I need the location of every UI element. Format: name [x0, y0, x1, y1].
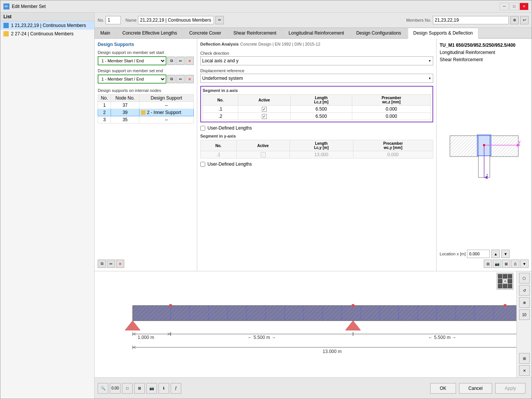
- tag-btn[interactable]: ⊠: [134, 383, 145, 394]
- no-input[interactable]: [106, 16, 121, 24]
- nodes-delete-button[interactable]: ✕: [116, 260, 124, 268]
- start-support-select[interactable]: 1 - Member Start / End: [98, 56, 166, 65]
- cross-section-label: TU_M1 650/250/952.5/250/952.5/400: [440, 42, 529, 49]
- table-btn[interactable]: ⊞: [519, 353, 530, 364]
- 3d-view-btn[interactable]: ⬡: [519, 273, 530, 283]
- close-button[interactable]: ✕: [519, 3, 529, 10]
- start-support-edit[interactable]: ✏: [176, 57, 185, 65]
- seg-active[interactable]: ✓: [238, 113, 291, 120]
- col-support: Design Support: [139, 95, 193, 102]
- info-btn[interactable]: ℹ: [158, 383, 169, 394]
- check-direction-field: Check direction Local axis z and y ▼: [200, 51, 433, 65]
- formula-btn[interactable]: ƒ: [171, 383, 181, 394]
- user-defined-z: User-Defined Lengths: [200, 125, 433, 131]
- dropdown-arrow-2: ▼: [428, 77, 431, 80]
- view-toolbar: ⊞ 📷 ⊠ ⎙ ▼: [484, 260, 529, 268]
- scale-btn[interactable]: 10: [519, 309, 530, 320]
- col-no: No.: [203, 95, 238, 106]
- search-footer-btn[interactable]: 🔍: [98, 383, 108, 394]
- list-item[interactable]: 2 27-24 | Continuous Members: [0, 30, 94, 38]
- name-label: Name: [125, 18, 136, 22]
- select-btn[interactable]: ⊕: [519, 297, 530, 308]
- end-support-select[interactable]: 1 - Member Start / End: [98, 74, 166, 84]
- minimize-button[interactable]: ─: [500, 3, 509, 10]
- tab-cc[interactable]: Concrete Cover: [184, 28, 227, 38]
- seg-precamber[interactable]: 0.000: [352, 106, 431, 113]
- camera-icon-btn[interactable]: 📷: [493, 260, 501, 268]
- user-defined-y-label: User-Defined Lengths: [207, 162, 252, 167]
- location-input[interactable]: [467, 250, 490, 258]
- members-back-button[interactable]: ↩: [520, 16, 529, 24]
- filter-icon-btn[interactable]: ⊞: [484, 260, 492, 268]
- seg-active[interactable]: ✓: [238, 106, 291, 113]
- seg-precamber[interactable]: 0.000: [352, 113, 431, 120]
- displacement-dropdown[interactable]: Undeformed system ▼: [200, 74, 433, 83]
- start-support-copy[interactable]: ⧉: [167, 57, 176, 65]
- footer: 🔍 0.00 □ ⊠ 📷 ℹ ƒ OK Cancel Apply: [95, 377, 532, 399]
- table-row[interactable]: 2 39 2 - Inner Support: [98, 109, 194, 116]
- tab-dc[interactable]: Design Configurations: [350, 28, 407, 38]
- check-direction-dropdown[interactable]: Local axis z and y ▼: [200, 56, 433, 65]
- app-icon: ✏: [3, 3, 10, 10]
- location-label: Location x [m]: [440, 252, 466, 256]
- end-support-delete[interactable]: ✕: [185, 75, 194, 83]
- table-row[interactable]: 3 35 --: [98, 116, 194, 124]
- svg-text:13.000 m: 13.000 m: [323, 349, 342, 354]
- seg-no: .2: [203, 113, 238, 120]
- list-item-label: 2 27-24 | Continuous Members: [11, 31, 74, 36]
- more-icon-btn[interactable]: ▼: [520, 260, 529, 268]
- seg-length-y: 13.000: [290, 151, 353, 158]
- tab-cel[interactable]: Concrete Effective Lengths: [117, 28, 183, 38]
- camera-footer-btn[interactable]: 📷: [146, 383, 157, 394]
- seg-length[interactable]: 6.500: [290, 106, 352, 113]
- name-field-group: Name ✏: [125, 16, 224, 24]
- segment-row-y: .1 ✓ 13.000 0.000: [201, 151, 433, 158]
- list-panel: List 1 21,23,22,19 | Continuous Members …: [0, 13, 95, 399]
- segment-row: .2 ✓ 6.500 0.000: [203, 113, 431, 120]
- list-item[interactable]: 1 21,23,22,19 | Continuous Members: [0, 21, 94, 30]
- tab-main[interactable]: Main: [95, 28, 116, 38]
- user-defined-z-checkbox[interactable]: [200, 126, 205, 131]
- size-icon-btn[interactable]: ⊠: [502, 260, 510, 268]
- tab-dsd[interactable]: Design Supports & Deflection: [408, 28, 479, 39]
- ok-button[interactable]: OK: [430, 383, 456, 394]
- nodes-tools: ⧉ ✏ ✕: [98, 256, 194, 268]
- user-defined-z-label: User-Defined Lengths: [207, 125, 252, 131]
- coords-btn[interactable]: 0.00: [110, 383, 120, 394]
- active-checkbox-y[interactable]: ✓: [261, 152, 266, 157]
- user-defined-y: User-Defined Lengths: [200, 162, 433, 167]
- end-support-edit[interactable]: ✏: [176, 75, 185, 83]
- rect-btn[interactable]: □: [122, 383, 133, 394]
- apply-button[interactable]: Apply: [495, 383, 526, 394]
- nodes-edit-button[interactable]: ✏: [107, 260, 115, 268]
- tab-sr[interactable]: Shear Reinforcement: [228, 28, 282, 38]
- seg-length[interactable]: 6.500: [290, 113, 352, 120]
- deflection-subtitle: Concrete Design | EN 1992 | DIN | 2015-1…: [240, 42, 320, 46]
- name-edit-button[interactable]: ✏: [215, 16, 224, 24]
- config-btn[interactable]: ✕: [519, 365, 530, 376]
- end-support-copy[interactable]: ⧉: [167, 75, 176, 83]
- maximize-button[interactable]: □: [510, 3, 519, 10]
- user-defined-y-checkbox[interactable]: [200, 162, 205, 167]
- svg-text:←  5.500 m  →: ← 5.500 m →: [248, 335, 276, 340]
- active-checkbox-2[interactable]: ✓: [262, 114, 267, 119]
- displacement-label: Displacement reference: [200, 68, 433, 73]
- row-node: 37: [111, 102, 139, 109]
- print-icon-btn[interactable]: ⎙: [511, 260, 519, 268]
- design-supports-panel: Design Supports Design support on member…: [95, 39, 197, 271]
- active-checkbox[interactable]: ✓: [262, 107, 267, 112]
- tab-lr[interactable]: Longitudinal Reinforcement: [283, 28, 350, 38]
- name-input[interactable]: [138, 16, 214, 24]
- cross-section-svg: y z: [446, 132, 522, 181]
- start-support-delete[interactable]: ✕: [185, 57, 194, 65]
- rotate-view-btn[interactable]: ↺: [519, 285, 530, 296]
- location-step-down[interactable]: ▼: [501, 250, 510, 258]
- end-support-row: 1 - Member Start / End ⧉ ✏ ✕: [98, 74, 194, 84]
- location-step-up[interactable]: ▲: [491, 250, 500, 258]
- cancel-button[interactable]: Cancel: [459, 383, 492, 394]
- table-row[interactable]: 1 37 --: [98, 102, 194, 109]
- members-input[interactable]: [433, 16, 509, 24]
- members-pick-button[interactable]: ⊕: [510, 16, 519, 24]
- seg-no: .1: [203, 106, 238, 113]
- nodes-copy-button[interactable]: ⧉: [98, 260, 106, 268]
